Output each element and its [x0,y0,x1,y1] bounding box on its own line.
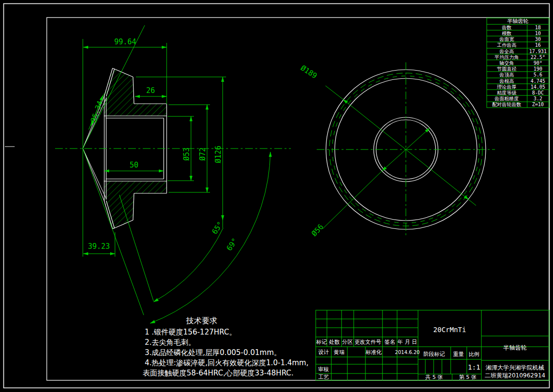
gear-table-value: 16 [535,42,541,48]
cad-drawing-canvas: 半轴齿轮 齿数 18 模数 10 齿面宽 30 工作齿高 16 齿全高 17.9… [0,0,553,392]
dim-label-72: Ø72 [198,148,207,161]
tb-date-value: 2014.6.20 [395,350,420,355]
gear-table-value: 4.745 [531,78,545,84]
dim-label-126: Ø126 [214,146,223,163]
gear-table-value: 17.931 [529,49,547,54]
gear-table-value: 14.05 [531,84,545,90]
dim-label-3923: 39.23 [88,242,110,251]
dim-53: Ø53 [168,116,194,181]
tb-weight-label: 重量 [453,351,464,357]
gear-table-value: Z=10 [532,102,544,107]
tech-line-4: 4.热处理:渗碳淬硬,回火有效硬化深度1.0-1.4mm, [145,358,308,367]
tech-line-1: 1 .锻件硬度156-127HRC。 [145,328,236,336]
gear-table-value: 5.6 [534,72,542,77]
dim-label-26: 26 [146,86,155,95]
tb-design-label: 设计 [318,349,329,355]
dim-label-69: 69° [225,237,239,253]
gear-table-value: 3.2 [534,96,542,101]
dim-50: 50 [104,161,164,171]
gear-table-title: 半轴齿轮 [507,18,529,24]
tech-title: 技术要求 [186,316,217,325]
gear-table-label: 齿数 [502,25,512,30]
dim-26: 26 [135,86,167,96]
tech-line-3: 3.成品经磷化处理,层厚0.005-0.01mm。 [145,348,281,357]
gear-parameter-table: 半轴齿轮 齿数 18 模数 10 齿面宽 30 工作齿高 16 齿全高 17.9… [487,18,549,108]
dim-label-9964: 99.64 [114,37,136,46]
title-block: 标记 处数 分区 更改文件号 签名 年 月 日 设计 黄瑞 标准化 2014.6… [316,310,549,380]
gear-table-label: 齿全高 [499,49,514,54]
gear-table-label: 精度等级 [497,90,516,95]
gear-table-label: 齿面宽 [499,37,514,42]
dim-angle-69: 69° [150,152,270,323]
technical-requirements: 技术要求 1 .锻件硬度156-127HRC。 2.去尖角毛刺。 3.成品经磷化… [143,316,308,377]
dim-126: Ø126 [136,77,226,228]
tb-header-biaoji: 标记 [316,339,327,345]
tb-header-chushu: 处数 [329,339,340,345]
dim-3534: 35.34 [89,93,104,130]
cone-line-lower-2 [119,195,153,301]
dim-189: Ø189 [299,63,476,205]
gear-table-label: 轴交角 [499,60,514,66]
dim-angle-65: 65° [153,220,225,302]
gear-table-label: 齿顶高 [499,72,514,77]
tb-org-line1: 湘潭大学兴湘学院机械 [485,364,544,371]
tb-scale-label: 比例 [469,351,479,357]
tech-line-5: 表面接触硬度58-64HRC,心部硬度33-48HRC. [143,369,294,377]
gear-table-value: 18 [535,25,541,30]
gear-table-label: 平均压力角 [495,55,519,60]
dim-label-53: Ø53 [182,148,191,161]
tb-sheet-number: 第 5 张 [459,374,477,380]
section-view [55,25,291,315]
hatch-upper [104,68,167,116]
tb-header-date: 年 月 日 [397,339,417,345]
dim-label-56: Ø56 [310,223,325,238]
gear-table-label: 工作齿高 [497,42,516,48]
tb-designer-name: 黄瑞 [334,349,344,355]
tb-check-label: 审核 [318,366,329,373]
tb-craft-label: 工艺 [318,374,329,380]
dim-label-3534: 35.34 [89,100,105,124]
tb-header-genggai: 更改文件号 [355,339,381,345]
gear-table-label: 节圆直径 [496,66,516,72]
sheet-border [4,4,550,388]
tb-scale-value: 1:1 [468,363,480,371]
gear-table-value: 190 [534,66,542,72]
dim-label-50: 50 [130,161,138,169]
gear-table-value: 90° [534,60,542,66]
tb-material: 20CrMnTi [433,326,466,334]
tb-std-label: 标准化 [365,349,382,355]
front-view: Ø189 Ø56 [299,62,495,238]
tech-line-2: 2.去尖角毛刺。 [145,338,195,347]
tb-part-name: 半轴齿轮 [503,344,527,351]
gear-table-value: 8-DC [532,90,544,95]
cone-line-lower-1 [83,149,144,315]
gear-table-label: 齿根高 [499,78,514,84]
dim-label-189: Ø189 [299,63,319,80]
gear-table-value: 22.5° [531,55,545,60]
gear-table-label: 理论齿厚 [497,84,516,90]
gear-table-label: 模数 [502,31,512,36]
drawing-svg: 半轴齿轮 齿数 18 模数 10 齿面宽 30 工作齿高 16 齿全高 17.9… [0,0,553,392]
hatch-lower [104,181,167,229]
gear-table-label: 配对齿轮齿数 [492,102,521,107]
tb-stage-label: 阶段标记 [423,351,445,357]
tb-org-line2: 二班黄瑞2010962914 [485,372,545,379]
gear-table-value: 30 [535,37,541,42]
gear-table-value: 10 [535,31,541,36]
gear-table-label: 齿面粗糙度 [495,96,519,101]
tb-sheets-total: 共 5 张 [425,374,443,380]
dim-56: Ø56 [310,128,430,238]
tb-header-fenqu: 分区 [342,339,353,345]
dim-3923: 39.23 [83,232,115,257]
tb-header-qianming: 签名 [384,339,395,345]
